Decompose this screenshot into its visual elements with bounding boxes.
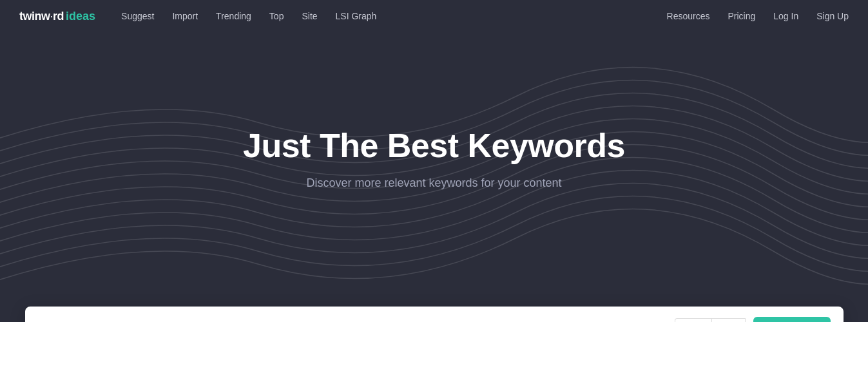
suggest-button[interactable]: Suggest	[753, 317, 830, 322]
nav-pricing[interactable]: Pricing	[728, 11, 755, 21]
nav-left: Suggest Import Trending Top Site LSI Gra…	[121, 11, 666, 21]
language-selector-button[interactable]: en	[711, 318, 746, 322]
nav-signup[interactable]: Sign Up	[816, 11, 849, 21]
search-container: US en Suggest	[25, 307, 844, 322]
nav-lsi-graph[interactable]: LSI Graph	[336, 11, 377, 21]
hero-subtitle: Discover more relevant keywords for your…	[243, 176, 625, 190]
search-controls: US en Suggest	[675, 317, 830, 322]
nav-login[interactable]: Log In	[773, 11, 798, 21]
nav-trending[interactable]: Trending	[216, 11, 251, 21]
navbar: twinw·rd ideas Suggest Import Trending T…	[0, 0, 868, 32]
hero-content: Just The Best Keywords Discover more rel…	[243, 126, 625, 229]
country-selector-button[interactable]: US	[675, 318, 711, 322]
hero-section: Just The Best Keywords Discover more rel…	[0, 32, 868, 322]
logo-twinword: twinw·rd	[19, 10, 64, 23]
hero-title: Just The Best Keywords	[243, 126, 625, 165]
nav-right: Resources Pricing Log In Sign Up	[667, 11, 849, 21]
nav-site[interactable]: Site	[302, 11, 317, 21]
logo[interactable]: twinw·rd ideas	[19, 10, 95, 23]
nav-suggest[interactable]: Suggest	[121, 11, 154, 21]
nav-top[interactable]: Top	[269, 11, 284, 21]
logo-ideas: ideas	[66, 10, 95, 23]
nav-resources[interactable]: Resources	[667, 11, 710, 21]
nav-import[interactable]: Import	[172, 11, 198, 21]
